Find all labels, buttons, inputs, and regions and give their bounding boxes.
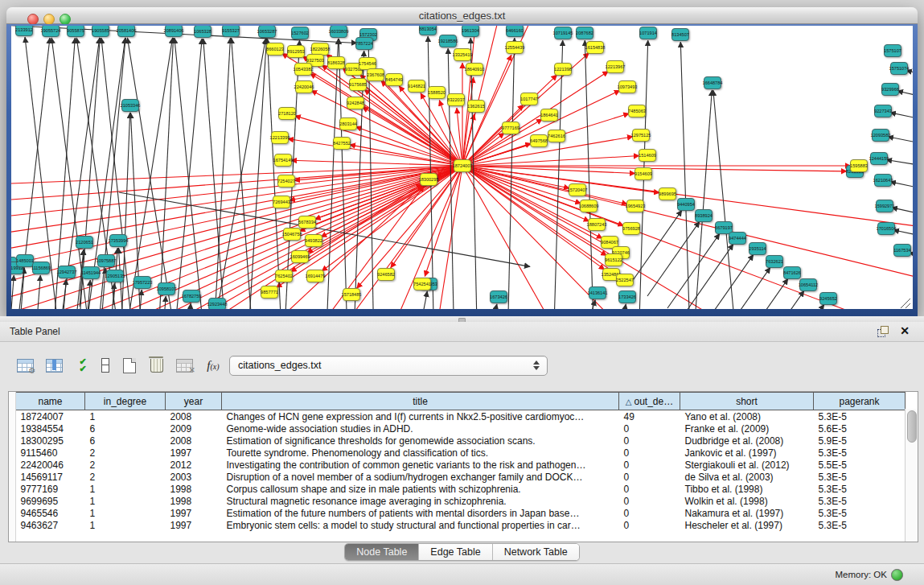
graph-edge[interactable] [890, 182, 913, 191]
table-cell[interactable]: 2003 [166, 471, 222, 483]
table-row[interactable]: 946362711997Embryonic stem cells: a mode… [16, 519, 906, 531]
table-cell[interactable]: 14569117 [16, 471, 85, 483]
graph-node[interactable]: 10975887 [97, 255, 117, 267]
graph-edge[interactable] [888, 137, 913, 146]
graph-node[interactable]: 9899695 [659, 188, 676, 200]
graph-edge[interactable] [267, 39, 290, 309]
graph-node[interactable]: 18807243 [587, 219, 607, 231]
table-row[interactable]: 946554611997Estimation of the future num… [16, 507, 906, 519]
graph-node[interactable]: 9246582 [377, 269, 395, 281]
graph-edge[interactable] [462, 166, 605, 270]
new-table-button[interactable] [117, 352, 142, 378]
table-cell[interactable]: 9777169 [16, 483, 85, 495]
tab-edge-table[interactable]: Edge Table [418, 544, 491, 560]
graph-node[interactable]: 1905585 [92, 26, 109, 37]
graph-node[interactable]: 22420046 [294, 81, 314, 93]
graph-edge[interactable] [127, 38, 177, 309]
graph-node[interactable]: 9615122 [605, 254, 622, 266]
graph-node[interactable]: 7542541 [413, 278, 431, 290]
table-cell[interactable]: 2008 [166, 410, 222, 423]
graph-edge[interactable] [886, 159, 913, 167]
table-cell[interactable]: Franke et al. (2009) [680, 422, 814, 435]
table-cell[interactable]: 19384554 [16, 422, 85, 435]
table-cell[interactable]: 9115460 [16, 447, 85, 459]
graph-node[interactable]: 12213399 [270, 132, 290, 144]
table-cell[interactable]: 49 [619, 410, 680, 423]
graph-node[interactable]: 10543382 [294, 64, 314, 76]
graph-node[interactable]: 8186328 [327, 57, 345, 69]
table-cell[interactable]: 0 [619, 471, 680, 483]
graph-node[interactable]: 12554439 [505, 42, 525, 54]
graph-node[interactable]: 16210643 [873, 175, 893, 187]
table-cell[interactable]: 18724007 [16, 410, 85, 423]
table-cell[interactable]: 5.5E-5 [814, 459, 906, 471]
graph-node[interactable]: 9055875 [67, 26, 84, 37]
graph-node[interactable]: 2718120 [278, 108, 296, 120]
table-cell[interactable]: Stergiakouli et al. (2012) [680, 459, 814, 471]
graph-edge[interactable] [462, 90, 620, 166]
graph-node[interactable]: 16154838 [585, 42, 606, 54]
column-header-outde[interactable]: △out_de… [619, 393, 680, 410]
graph-node[interactable]: 7625402 [275, 270, 293, 282]
graph-node[interactable]: 16033809 [329, 26, 349, 38]
graph-node[interactable]: 10973493 [618, 81, 638, 93]
graph-node[interactable]: 1221398 [554, 64, 572, 76]
graph-node[interactable]: 8938924 [695, 210, 713, 222]
graph-node[interactable]: 2120651 [76, 237, 93, 249]
graph-node[interactable]: 9245652 [819, 293, 837, 305]
graph-edge[interactable] [418, 291, 427, 309]
graph-node[interactable]: 17957223 [133, 277, 153, 289]
import-table-button[interactable]: ✕ [172, 352, 196, 378]
graph-node[interactable]: 9857771 [261, 286, 278, 299]
table-cell[interactable]: 1 [85, 519, 166, 531]
graph-node[interactable]: 9242848 [347, 97, 364, 109]
close-panel-icon[interactable]: ✕ [900, 324, 910, 337]
graph-node[interactable]: 11156869 [31, 262, 51, 274]
graph-node[interactable]: 1167534 [893, 245, 910, 257]
table-cell[interactable]: 2009 [166, 422, 222, 435]
graph-node[interactable]: 6497568 [530, 135, 548, 147]
graph-node[interactable]: 19055724 [41, 26, 61, 37]
table-cell[interactable]: 1 [85, 495, 166, 507]
graph-edge[interactable] [736, 278, 788, 309]
table-cell[interactable]: Disruption of a novel member of a sodium… [222, 471, 619, 483]
graph-node[interactable]: 5678334 [298, 216, 316, 229]
table-cell[interactable]: Estimation of the future numbers of pati… [222, 507, 619, 519]
graph-node[interactable]: 9777169 [502, 122, 519, 134]
graph-edge[interactable] [680, 42, 692, 309]
table-cell[interactable]: 2008 [166, 435, 222, 447]
table-cell[interactable]: Embryonic stem cells: a model to study s… [222, 519, 619, 531]
graph-node[interactable]: 10688609 [579, 200, 599, 212]
table-cell[interactable]: 5.3E-5 [814, 507, 906, 519]
tab-node-table[interactable]: Node Table [345, 544, 418, 560]
table-cell[interactable]: 2 [85, 471, 166, 483]
table-cell[interactable]: 9699695 [16, 495, 85, 507]
graph-node[interactable]: 1017747 [520, 93, 538, 105]
graph-node[interactable]: 6466160 [506, 26, 524, 37]
function-builder-button[interactable]: f(x) [201, 352, 225, 378]
table-cell[interactable]: 1997 [166, 447, 222, 459]
graph-edge[interactable] [203, 39, 233, 309]
graph-edge[interactable] [630, 210, 682, 285]
table-cell[interactable]: Structural magnetic resonance image aver… [222, 495, 619, 507]
table-cell[interactable]: Genome-wide association studies in ADHD. [222, 422, 619, 435]
graph-node[interactable]: 12975125 [631, 130, 651, 142]
graph-node[interactable]: 12093582 [871, 130, 891, 142]
table-cell[interactable]: 1998 [166, 495, 222, 507]
graph-node[interactable]: 1527602 [291, 27, 309, 39]
graph-node[interactable]: 12444159 [869, 153, 889, 165]
graph-node[interactable]: 9155327 [222, 26, 240, 37]
graph-node[interactable]: 10958107 [157, 283, 177, 295]
graph-node[interactable]: 1071914 [639, 27, 657, 39]
table-selector-dropdown[interactable]: citations_edges.txt [229, 356, 548, 376]
graph-node[interactable]: 20891406 [164, 26, 184, 37]
table-cell[interactable]: Nakamura et al. (1997) [680, 507, 814, 519]
graph-node[interactable]: 9329966 [881, 84, 899, 96]
graph-node[interactable]: 8427552 [333, 138, 351, 150]
memory-ok-indicator[interactable] [891, 569, 903, 581]
tab-network-table[interactable]: Network Table [492, 544, 579, 560]
graph-edge[interactable] [363, 107, 462, 166]
graph-node[interactable]: 12923448 [207, 299, 228, 310]
graph-node[interactable]: 13325419 [453, 49, 473, 61]
graph-node[interactable]: 15751074 [889, 63, 910, 75]
